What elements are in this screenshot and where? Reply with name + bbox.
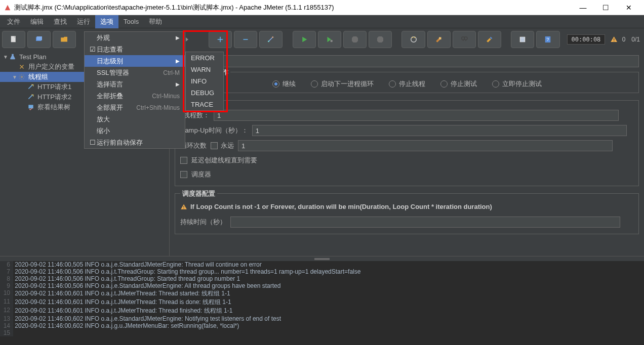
svg-rect-1 [14, 36, 16, 37]
svg-rect-18 [28, 105, 33, 108]
thread-count: 0/1 [631, 36, 640, 43]
gear-icon [18, 73, 26, 80]
new-button[interactable] [2, 31, 25, 48]
flask-icon [9, 53, 17, 60]
options-item[interactable]: 缩小 [85, 125, 185, 137]
svg-point-5 [268, 40, 269, 42]
menu-文件[interactable]: 文件 [2, 15, 25, 28]
threads-input[interactable] [214, 110, 619, 121]
radio-option[interactable]: 停止测试 [440, 79, 477, 89]
options-item[interactable]: ☐运行前自动保存 [85, 137, 185, 148]
jmeter-logo-icon [4, 4, 11, 11]
clear-button[interactable] [401, 31, 425, 48]
toggle-button[interactable] [259, 31, 283, 48]
result-icon [27, 104, 35, 111]
delay-thread-checkbox[interactable] [180, 157, 187, 164]
log-line: 14 2020-09-02 11:46:00,602 INFO o.a.j.g.… [0, 322, 644, 329]
menu-选项[interactable]: 选项 [95, 15, 118, 28]
scheduler-config-group: 调度器配置 If Loop Count is not -1 or Forever… [175, 193, 639, 234]
duration-input[interactable] [230, 217, 620, 228]
maximize-button[interactable]: ☐ [594, 1, 617, 15]
loglevel-trace[interactable]: TRACE [186, 99, 223, 110]
svg-rect-16 [614, 41, 614, 41]
menu-tools[interactable]: Tools [118, 16, 144, 27]
close-button[interactable]: ✕ [617, 1, 640, 15]
help-button[interactable]: ? [536, 31, 559, 48]
menu-bar: 文件编辑查找运行选项Tools帮助 [0, 15, 644, 28]
open-button[interactable] [53, 31, 76, 48]
loglevel-error[interactable]: ERROR [186, 52, 223, 64]
svg-point-6 [272, 36, 273, 38]
svg-rect-15 [614, 38, 614, 40]
thread-properties-group: 程属性 线程数： Ramp-Up时间（秒）： 循环次数 永远 延迟创建线程直到需… [175, 100, 639, 186]
options-item[interactable]: 全部折叠Ctrl-Minus [85, 90, 185, 102]
comment-input[interactable] [203, 55, 639, 67]
loglevel-warn[interactable]: WARN [186, 64, 223, 75]
log-level-submenu: ERRORWARNINFODEBUGTRACE [185, 52, 224, 111]
radio-option[interactable]: 启动下一进程循环 [311, 79, 374, 89]
svg-rect-9 [439, 37, 441, 40]
options-item[interactable]: 选择语言▶ [85, 78, 185, 90]
options-menu: 外观▶☑日志查看日志级别▶SSL管理器Ctrl-M选择语言▶全部折叠Ctrl-M… [84, 31, 185, 149]
duration-label: 持续时间（秒） [180, 218, 226, 227]
menu-帮助[interactable]: 帮助 [144, 15, 167, 28]
remove-button[interactable] [234, 31, 257, 48]
reset-search-button[interactable] [478, 31, 501, 48]
svg-rect-19 [183, 206, 184, 207]
log-line: 11 2020-09-02 11:46:00,601 INFO o.a.j.t.… [0, 298, 644, 307]
options-item[interactable]: 日志级别▶ [85, 55, 185, 67]
log-panel[interactable]: 6 2020-09-02 11:46:00,505 INFO o.a.j.e.S… [0, 261, 644, 345]
start-no-pause-button[interactable] [318, 31, 341, 48]
radio-option[interactable]: 继续 [272, 79, 296, 89]
options-item[interactable]: ☑日志查看 [85, 44, 185, 55]
forever-checkbox[interactable] [211, 142, 218, 149]
svg-text:?: ? [547, 37, 549, 42]
options-item[interactable]: 外观▶ [85, 32, 185, 44]
log-line: 9 2020-09-02 11:46:00,506 INFO o.a.j.e.S… [0, 282, 644, 289]
http-icon [27, 94, 35, 101]
svg-rect-20 [183, 208, 184, 208]
loglevel-debug[interactable]: DEBUG [186, 87, 223, 99]
stop-button[interactable] [343, 31, 367, 48]
log-line: 10 2020-09-02 11:46:00,601 INFO o.a.j.t.… [0, 289, 644, 298]
scheduler-checkbox[interactable] [180, 171, 187, 178]
warning-count: 0 [622, 36, 626, 43]
elapsed-timer: 00:00:08 [567, 34, 606, 45]
radio-option[interactable]: 立即停止测试 [492, 79, 542, 89]
loglevel-info[interactable]: INFO [186, 75, 223, 87]
add-button[interactable] [209, 31, 232, 48]
log-line: 6 2020-09-02 11:46:00,505 INFO o.a.j.e.S… [0, 261, 644, 268]
delay-thread-label: 延迟创建线程直到需要 [191, 156, 257, 165]
minimize-button[interactable]: — [572, 1, 594, 15]
options-item[interactable]: 全部展开Ctrl+Shift-Minus [85, 102, 185, 113]
log-line: 7 2020-09-02 11:46:00,506 INFO o.a.j.t.T… [0, 268, 644, 275]
start-button[interactable] [293, 31, 316, 48]
svg-point-8 [411, 37, 416, 42]
options-item[interactable]: SSL管理器Ctrl-M [85, 67, 185, 78]
loop-input[interactable] [238, 140, 613, 151]
svg-rect-4 [243, 39, 248, 40]
after-sample-error-group: 后要执行的动作 继续启动下一进程循环停止线程停止测试立即停止测试 [175, 72, 639, 93]
warning-icon [610, 35, 618, 44]
forever-label: 永远 [221, 141, 234, 150]
radio-option[interactable]: 停止线程 [389, 79, 425, 89]
log-resizer[interactable] [0, 256, 644, 261]
menu-编辑[interactable]: 编辑 [25, 15, 49, 28]
log-line: 8 2020-09-02 11:46:00,506 INFO o.a.j.t.T… [0, 275, 644, 282]
search-button[interactable] [453, 31, 476, 48]
templates-button[interactable] [27, 31, 51, 48]
menu-运行[interactable]: 运行 [72, 15, 95, 28]
vars-icon [18, 63, 26, 70]
shutdown-button[interactable] [369, 31, 392, 48]
options-item[interactable]: 放大 [85, 113, 185, 125]
rampup-label: Ramp-Up时间（秒）： [180, 126, 248, 135]
window-title: 测试脚本.jmx (C:\Mu\application\test\apache-… [14, 3, 572, 12]
svg-point-7 [330, 40, 333, 42]
scheduler-label: 调度器 [191, 170, 211, 179]
menu-查找[interactable]: 查找 [49, 15, 72, 28]
warning-icon [180, 203, 187, 210]
svg-rect-3 [37, 36, 43, 40]
rampup-input[interactable] [252, 125, 627, 136]
clear-all-button[interactable] [427, 31, 451, 48]
function-helper-button[interactable] [511, 31, 534, 48]
